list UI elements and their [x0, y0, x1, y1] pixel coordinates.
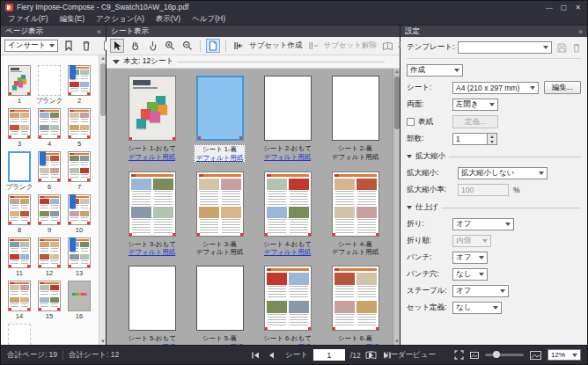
- page-thumbnail[interactable]: [38, 108, 61, 139]
- copies-input[interactable]: 1: [452, 133, 488, 145]
- scale-rate-input[interactable]: 100: [458, 184, 509, 196]
- sheet-section-header[interactable]: 本文: 12シート: [107, 55, 400, 69]
- subset-remove-icon[interactable]: [306, 39, 320, 53]
- punch-dropdown[interactable]: オフ: [452, 252, 488, 264]
- mode-dropdown[interactable]: 作成: [407, 64, 463, 77]
- zoom-slider-handle[interactable]: [493, 351, 500, 358]
- menu-item-1[interactable]: 編集(E): [60, 14, 85, 25]
- sheet-thumbnail[interactable]: [129, 76, 176, 141]
- pan-hand-icon[interactable]: [128, 39, 142, 53]
- page-thumbnail[interactable]: [68, 65, 91, 96]
- page-flip-hand-icon[interactable]: [145, 39, 159, 53]
- scroll-up-icon[interactable]: ▲: [394, 69, 400, 75]
- page-thumbnail[interactable]: [68, 194, 91, 225]
- page-thumbnail[interactable]: [38, 237, 61, 268]
- zoom-out-icon[interactable]: [180, 39, 195, 53]
- previous-sheet-button[interactable]: [266, 350, 276, 361]
- section-collapse-icon[interactable]: [407, 206, 412, 209]
- sheet-thumbnail[interactable]: [264, 172, 312, 237]
- close-button[interactable]: ✕: [575, 4, 581, 11]
- page-thumbnail[interactable]: [8, 65, 31, 96]
- collapse-right-icon[interactable]: »: [578, 27, 583, 36]
- page-thumbnail[interactable]: [8, 108, 31, 139]
- bookmark-icon[interactable]: [62, 39, 76, 53]
- fold-order-dropdown[interactable]: 内側: [452, 235, 491, 247]
- set-definition-dropdown[interactable]: なし: [452, 302, 502, 314]
- page-view-scrollbar[interactable]: ▲ ▼: [99, 55, 106, 345]
- page-thumbnail[interactable]: [68, 281, 91, 311]
- page-thumbnail[interactable]: [68, 237, 91, 268]
- copies-stepper[interactable]: [488, 133, 497, 145]
- page-thumbnail[interactable]: [8, 281, 31, 311]
- menu-item-3[interactable]: 表示(V): [156, 14, 180, 25]
- page-thumbnail[interactable]: [38, 65, 61, 96]
- duplex-dropdown[interactable]: 左開き: [452, 99, 498, 111]
- save-template-icon[interactable]: [557, 43, 567, 53]
- first-sheet-button[interactable]: [250, 350, 261, 361]
- page-thumbnail[interactable]: [68, 108, 91, 139]
- delete-page-icon[interactable]: [79, 39, 93, 53]
- sheet-thumbnail[interactable]: [332, 76, 379, 141]
- page-thumbnail[interactable]: [8, 237, 31, 268]
- subset-create-icon[interactable]: [232, 39, 246, 53]
- fold-dropdown[interactable]: オフ: [452, 218, 514, 230]
- scrollbar-thumb[interactable]: [394, 77, 400, 129]
- sheet-media-link[interactable]: デフォルト用紙: [196, 154, 243, 163]
- sheet-media-link[interactable]: デフォルト用紙: [128, 248, 176, 257]
- zoom-small-image-icon[interactable]: [470, 352, 479, 359]
- sheet-number-input[interactable]: 1: [313, 349, 345, 361]
- delete-template-icon[interactable]: [572, 43, 581, 53]
- last-sheet-button[interactable]: [382, 350, 393, 361]
- zfold-book-icon[interactable]: [380, 39, 394, 53]
- sheet-view-scrollbar[interactable]: ▲ ▼: [393, 69, 400, 345]
- scale-section-header[interactable]: 拡大縮小: [407, 151, 581, 162]
- subset-remove-button[interactable]: サブセット解除: [324, 40, 378, 51]
- sheet-thumbnail[interactable]: [332, 172, 379, 237]
- sheet-media-link[interactable]: デフォルト用紙: [128, 153, 176, 162]
- scrollbar-thumb[interactable]: [100, 63, 106, 116]
- page-thumbnail[interactable]: [8, 151, 31, 182]
- sheet-thumbnail[interactable]: [264, 266, 312, 331]
- sheet-thumbnail[interactable]: [129, 172, 176, 237]
- section-collapse-icon[interactable]: [407, 155, 412, 158]
- finishing-section-header[interactable]: 仕上げ: [407, 202, 581, 213]
- spin-down-icon[interactable]: [488, 139, 496, 144]
- sheet-thumbnail[interactable]: [196, 172, 244, 237]
- menu-item-0[interactable]: ファイル(F): [8, 14, 48, 25]
- fit-to-window-icon[interactable]: [454, 350, 464, 360]
- sheet-thumbnail[interactable]: [332, 266, 379, 331]
- sheet-thumbnail[interactable]: [129, 266, 176, 331]
- sheet-thumbnail[interactable]: [264, 76, 312, 141]
- scroll-up-icon[interactable]: ▲: [100, 55, 106, 62]
- sheet-size-dropdown[interactable]: A4 (210 x 297 mm): [452, 82, 539, 94]
- edit-sheet-button[interactable]: 編集...: [544, 81, 581, 94]
- section-collapse-icon[interactable]: [113, 60, 120, 64]
- zoom-in-icon[interactable]: [163, 39, 177, 53]
- sheet-content-view-icon[interactable]: [206, 39, 220, 53]
- staple-dropdown[interactable]: オフ: [452, 285, 509, 297]
- page-thumbnail[interactable]: [8, 324, 31, 345]
- select-tool-icon[interactable]: [110, 39, 124, 53]
- scale-dropdown[interactable]: 拡大縮小しない: [458, 167, 548, 179]
- zoom-slider[interactable]: [485, 354, 524, 356]
- menu-item-4[interactable]: ヘルプ(H): [192, 14, 225, 25]
- scroll-down-icon[interactable]: ▼: [394, 339, 400, 345]
- menu-item-2[interactable]: アクション(A): [96, 14, 144, 25]
- page-thumbnail[interactable]: [38, 151, 61, 182]
- next-sheet-button[interactable]: [366, 350, 377, 361]
- sheet-media-link[interactable]: デフォルト用紙: [263, 248, 312, 257]
- subset-create-button[interactable]: サブセット作成: [249, 40, 303, 51]
- page-thumbnail[interactable]: [38, 194, 61, 225]
- define-cover-button[interactable]: 定義...: [452, 115, 498, 128]
- cover-checkbox[interactable]: [407, 118, 415, 126]
- insert-dropdown[interactable]: インサート: [4, 40, 58, 52]
- minimize-button[interactable]: —: [546, 4, 553, 11]
- punch-hole-dropdown[interactable]: なし: [452, 268, 488, 281]
- page-thumbnail[interactable]: [8, 194, 31, 225]
- sheet-thumbnail[interactable]: [196, 266, 244, 331]
- page-thumbnail[interactable]: [38, 281, 61, 311]
- zoom-large-image-icon[interactable]: [530, 351, 541, 360]
- collapse-left-icon[interactable]: «: [97, 27, 101, 36]
- sheet-thumbnail[interactable]: [196, 76, 244, 141]
- zoom-level-dropdown[interactable]: 12%: [548, 349, 581, 361]
